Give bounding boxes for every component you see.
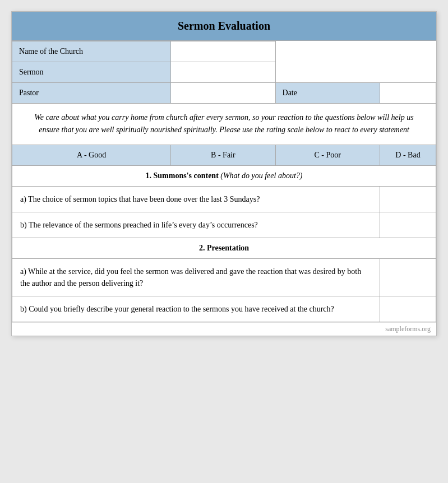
sermon-row: Sermon [12, 62, 436, 83]
section1-q2-row: b) The relevance of the sermons preached… [12, 212, 436, 238]
pastor-label: Pastor [12, 83, 171, 104]
rating-d: D - Bad [380, 145, 436, 165]
section1-q1: a) The choice of sermon topics that have… [12, 186, 380, 212]
section2-q2: b) Could you briefly describe your gener… [12, 296, 380, 322]
section2-q1-row: a) While at the service, did you feel th… [12, 258, 436, 296]
church-row: Name of the Church [12, 41, 436, 62]
church-label: Name of the Church [12, 41, 171, 62]
pastor-value[interactable] [171, 83, 275, 104]
form-table: Name of the Church Sermon Pastor Date We… [12, 41, 436, 322]
rating-header-row: A - Good B - Fair C - Poor D - Bad [12, 145, 436, 165]
sermon-value[interactable] [171, 62, 275, 83]
section2-q1: a) While at the service, did you feel th… [12, 258, 380, 296]
section2-header: 2. Presentation [12, 238, 436, 258]
rating-b: B - Fair [171, 145, 275, 165]
section1-title: 1. Summons's content [146, 171, 219, 180]
date-value[interactable] [380, 83, 436, 104]
section2-title: 2. Presentation [199, 244, 249, 252]
section1-q2-answer[interactable] [380, 212, 436, 238]
intro-row: We care about what you carry home from c… [12, 104, 436, 145]
section2-q1-answer[interactable] [380, 258, 436, 296]
rating-c: C - Poor [275, 145, 380, 165]
form-container: Sermon Evaluation Name of the Church Ser… [11, 11, 437, 336]
section1-header-row: 1. Summons's content (What do you feel a… [12, 165, 436, 186]
section2-q2-row: b) Could you briefly describe your gener… [12, 296, 436, 322]
watermark: sampleforms.org [12, 322, 436, 336]
section1-header: 1. Summons's content (What do you feel a… [12, 165, 436, 186]
pastor-date-row: Pastor Date [12, 83, 436, 104]
section1-q1-answer[interactable] [380, 186, 436, 212]
section2-q2-answer[interactable] [380, 296, 436, 322]
section2-header-row: 2. Presentation [12, 238, 436, 258]
intro-text: We care about what you carry home from c… [12, 104, 436, 145]
sermon-label: Sermon [12, 62, 171, 83]
section1-q2: b) The relevance of the sermons preached… [12, 212, 380, 238]
date-label: Date [275, 83, 380, 104]
form-title: Sermon Evaluation [12, 12, 436, 41]
rating-a: A - Good [12, 145, 171, 165]
section1-subtitle: (What do you feel about?) [220, 171, 302, 180]
section1-q1-row: a) The choice of sermon topics that have… [12, 186, 436, 212]
church-value[interactable] [171, 41, 275, 62]
